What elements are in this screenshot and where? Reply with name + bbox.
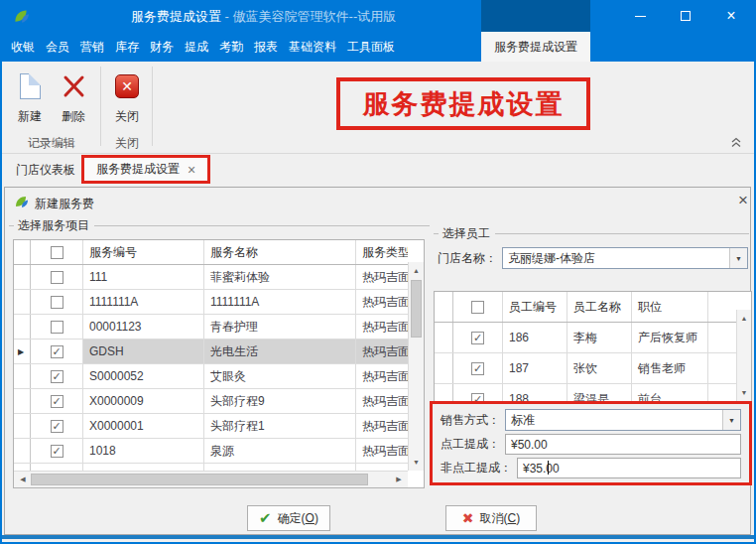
minimize-button[interactable] <box>617 0 663 32</box>
table-row[interactable]: ✓X0000009头部疗程9热玛吉面 <box>14 389 408 414</box>
table-row[interactable]: 111菲蜜莉体验热玛吉面 <box>14 265 408 290</box>
scroll-up-icon[interactable]: ▲ <box>409 263 424 278</box>
table-row[interactable]: ✓186李梅产后恢复师 <box>435 323 736 353</box>
dropdown-button[interactable]: ▼ <box>722 410 740 430</box>
ribbon-tab[interactable]: 库存 <box>110 32 144 62</box>
employee-position-cell: 产后恢复师 <box>632 323 708 352</box>
tab-service-fee-settings[interactable]: 服务费提成设置 <box>96 161 180 178</box>
table-row[interactable]: ✓X0000001头部疗程1热玛吉面 <box>14 414 408 439</box>
column-header-service-code[interactable]: 服务编号 <box>83 240 204 264</box>
table-row[interactable]: ▶✓GDSH光电生活热玛吉面 <box>14 340 408 364</box>
sales-method-combobox[interactable]: 标准 ▼ <box>505 409 741 431</box>
new-document-icon <box>20 73 41 99</box>
employee-vertical-scrollbar[interactable]: ▲ ▼ <box>736 310 751 401</box>
select-all-checkbox[interactable] <box>471 301 484 314</box>
table-row[interactable]: ✓187张饮销售老师 <box>435 353 736 384</box>
delete-button[interactable]: 删除 <box>52 67 95 130</box>
row-checkbox[interactable]: ✓ <box>51 445 63 458</box>
row-indicator-cell <box>14 414 31 438</box>
ribbon-tab[interactable]: 提成 <box>180 32 213 62</box>
tab-active-highlight-box: 服务费提成设置 × <box>81 155 210 184</box>
ribbon-tab[interactable]: 基础资料 <box>284 32 341 62</box>
service-type-cell: 热玛吉面 <box>356 439 408 463</box>
checkbox-cell <box>31 265 83 289</box>
employee-position-cell: 前台 <box>632 384 708 402</box>
service-type-cell: 热玛吉面 <box>356 340 408 363</box>
service-horizontal-scrollbar[interactable]: ◀ ▶ <box>14 471 408 487</box>
scroll-right-icon[interactable]: ▶ <box>392 473 406 486</box>
row-checkbox[interactable]: ✓ <box>51 420 63 433</box>
title-bar-highlight <box>481 0 590 32</box>
window-title-secondary: - 傲蓝美容院管理软件--试用版 <box>221 9 396 24</box>
service-name-cell: 头部疗程9 <box>204 389 356 413</box>
column-header-service-type[interactable]: 服务类型 <box>356 240 408 264</box>
new-button[interactable]: 新建 <box>8 67 52 130</box>
ribbon-tab[interactable]: 考勤 <box>214 32 248 62</box>
row-checkbox[interactable]: ✓ <box>51 395 63 408</box>
table-row[interactable]: ✓188梁淂是前台 <box>435 384 736 402</box>
ribbon-tab[interactable]: 收银 <box>6 32 40 62</box>
current-row-arrow-icon: ▶ <box>18 347 24 356</box>
ribbon-toolbar: 新建 删除 ✕ 关闭 记录编辑 关闭 服务费提成设置 <box>2 62 754 154</box>
ribbon-tab-active[interactable]: 服务费提成设置 <box>481 32 590 62</box>
scrollbar-thumb[interactable] <box>411 280 422 338</box>
ribbon-tab[interactable]: 营销 <box>75 32 109 62</box>
row-checkbox[interactable] <box>51 296 63 309</box>
scroll-left-icon[interactable]: ◀ <box>16 473 30 486</box>
delete-button-label: 删除 <box>62 108 85 125</box>
select-all-checkbox[interactable] <box>51 246 63 259</box>
table-row[interactable]: ✓S0000052艾眼灸热玛吉面 <box>14 364 408 389</box>
tab-close-icon[interactable]: × <box>188 163 195 177</box>
close-button-label: 关闭 <box>115 108 139 125</box>
close-button[interactable]: × <box>708 0 754 32</box>
point-commission-input[interactable] <box>505 434 741 455</box>
sales-method-row: 销售方式： 标准 ▼ <box>441 409 741 431</box>
ribbon-tab[interactable]: 会员 <box>41 32 74 62</box>
employee-name-cell: 李梅 <box>567 323 632 352</box>
row-checkbox[interactable] <box>51 271 63 284</box>
service-vertical-scrollbar[interactable]: ▲ ▼ <box>408 262 424 471</box>
scroll-up-icon[interactable]: ▲ <box>737 311 751 326</box>
row-indicator-cell <box>14 315 31 339</box>
row-checkbox[interactable]: ✓ <box>471 362 484 375</box>
annotation-box: 服务费提成设置 <box>336 77 590 130</box>
store-name-combobox[interactable]: 克丽缇娜-体验店 ▼ <box>502 247 748 269</box>
ok-button-label: 确定(O) <box>278 510 318 527</box>
table-row[interactable]: 1111111A1111111A热玛吉面 <box>14 290 408 315</box>
collapse-ribbon-icon[interactable] <box>730 137 742 148</box>
employee-name-cell: 梁淂是 <box>567 384 632 402</box>
nonpoint-commission-row: 非点工提成： <box>441 458 741 478</box>
row-checkbox[interactable]: ✓ <box>471 332 484 344</box>
dialog-close-button[interactable]: × <box>735 192 751 209</box>
employee-code-cell: 186 <box>503 323 567 352</box>
checkbox-cell: ✓ <box>31 414 83 438</box>
column-header-employee-code[interactable]: 员工编号 <box>503 292 567 322</box>
ribbon-tab[interactable]: 报表 <box>249 32 283 62</box>
row-indicator-cell: ▶ <box>14 340 31 363</box>
column-header-position[interactable]: 职位 <box>632 292 708 322</box>
scroll-down-icon[interactable]: ▼ <box>737 385 751 400</box>
scroll-down-icon[interactable]: ▼ <box>409 455 424 470</box>
window-title-primary: 服务费提成设置 <box>131 9 221 24</box>
ribbon-tab[interactable]: 工具面板 <box>342 32 400 62</box>
row-checkbox[interactable]: ✓ <box>51 370 63 383</box>
row-checkbox[interactable]: ✓ <box>51 345 63 358</box>
ok-button[interactable]: ✔ 确定(O) <box>247 505 330 531</box>
maximize-button[interactable] <box>663 0 708 32</box>
close-tab-button[interactable]: ✕ 关闭 <box>105 67 149 130</box>
table-row[interactable]: 00001123青春护理热玛吉面 <box>14 315 408 340</box>
app-window: 服务费提成设置 - 傲蓝美容院管理软件--试用版 × 收银会员营销库存财务提成考… <box>0 0 756 544</box>
tab-store-dashboard[interactable]: 门店仪表板 <box>10 159 81 181</box>
column-header-service-name[interactable]: 服务名称 <box>204 240 356 264</box>
ribbon-tab[interactable]: 财务 <box>145 32 179 62</box>
toolbar-separator <box>152 67 153 146</box>
row-checkbox[interactable] <box>51 321 63 334</box>
column-header-employee-name[interactable]: 员工名称 <box>567 292 632 322</box>
dropdown-button[interactable]: ▼ <box>729 248 747 268</box>
cancel-button[interactable]: ✖ 取消(C) <box>445 505 537 531</box>
table-row[interactable]: ✓1018泉源热玛吉面 <box>14 439 408 464</box>
nonpoint-commission-input[interactable] <box>517 458 741 478</box>
window-title: 服务费提成设置 - 傲蓝美容院管理软件--试用版 <box>131 8 396 26</box>
checkbox-cell: ✓ <box>31 340 83 363</box>
scrollbar-thumb[interactable] <box>31 474 368 485</box>
